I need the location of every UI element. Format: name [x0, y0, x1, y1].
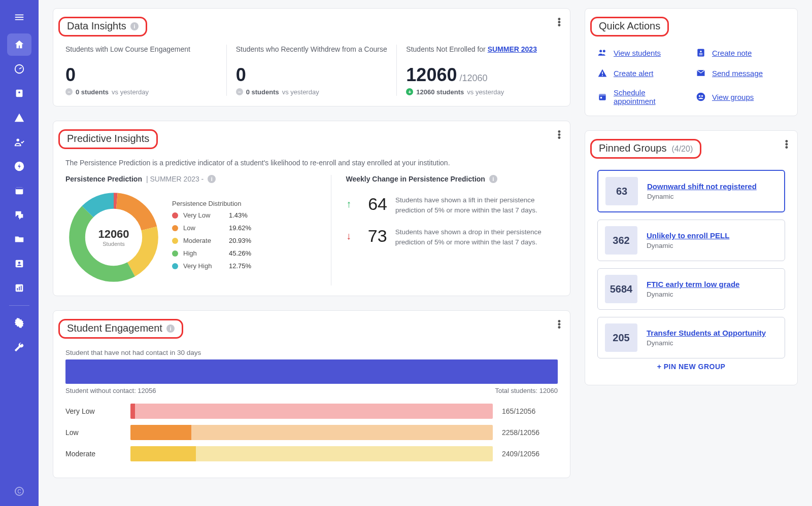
arrow-up-icon: ↑ — [346, 198, 351, 210]
nav-activity[interactable] — [7, 155, 31, 177]
nav-reports[interactable] — [7, 277, 31, 299]
term-link[interactable]: SUMMER 2023 — [488, 45, 537, 53]
info-icon[interactable]: i — [130, 22, 139, 30]
insight-label: Students with Low Course Engagement — [65, 45, 217, 64]
insight-delta: +12060 students vs yesterday — [406, 88, 558, 96]
help-badge[interactable]: C — [15, 487, 24, 496]
nav-files[interactable] — [7, 228, 31, 250]
svg-rect-22 — [600, 97, 602, 98]
insight-delta: –0 students vs yesterday — [236, 88, 388, 96]
quick-action-link[interactable]: Schedule appointment — [597, 88, 687, 105]
quick-action-link[interactable]: Send message — [696, 68, 785, 78]
card-menu-button[interactable]: ••• — [785, 140, 788, 149]
pinned-group-count: 362 — [605, 226, 637, 255]
card-menu-button[interactable]: ••• — [558, 130, 561, 139]
quick-action-label: Create alert — [614, 69, 653, 78]
legend-row: Moderate 20.93% — [172, 237, 251, 244]
svg-point-15 — [700, 51, 701, 52]
legend-dot — [172, 212, 178, 219]
engagement-row: Moderate 2409/12056 — [65, 446, 558, 461]
menu-button[interactable] — [7, 6, 31, 28]
pinned-group-type: Dynamic — [647, 291, 739, 298]
card-menu-button[interactable]: ••• — [558, 320, 561, 329]
nav-students[interactable] — [7, 82, 31, 104]
legend-row: Low 19.62% — [172, 224, 251, 232]
alerts-icon — [14, 112, 25, 123]
title-highlight: Student Engagement i — [58, 319, 183, 339]
quick-action-label: Create note — [712, 49, 752, 57]
insight-value: 12060 /12060 — [406, 65, 558, 85]
pinned-group-type: Dynamic — [647, 193, 757, 200]
svg-rect-19 — [602, 75, 603, 76]
pinned-group-item[interactable]: 63 Downward shift not registered Dynamic — [597, 170, 785, 212]
pinned-group-item[interactable]: 205 Transfer Students at Opportunity Dyn… — [597, 317, 785, 358]
pinned-group-item[interactable]: 5684 FTIC early term low grade Dynamic — [597, 268, 785, 310]
legend-pct: 12.75% — [229, 262, 251, 270]
pinned-group-type: Dynamic — [647, 339, 766, 347]
title-highlight: Pinned Groups (4/20) — [590, 139, 701, 159]
pinned-group-title[interactable]: Unlikely to enroll PELL — [647, 231, 729, 240]
quick-action-link[interactable]: Create note — [696, 48, 785, 58]
engagement-caption-left: Student without contact: 12056 — [65, 387, 156, 394]
arrow-down-icon: ↓ — [346, 230, 351, 242]
donut-label: Students — [103, 241, 124, 247]
data-insight-item: Students with Low Course Engagement0–0 s… — [65, 45, 227, 96]
delta-icon: – — [236, 88, 243, 95]
persistence-legend: Persistence Distribution Very Low 1.43% … — [172, 200, 251, 275]
mail-icon — [696, 68, 706, 78]
pinned-group-title[interactable]: Transfer Students at Opportunity — [647, 329, 766, 337]
pinned-group-item[interactable]: 362 Unlikely to enroll PELL Dynamic — [597, 220, 785, 261]
pinned-group-count: 63 — [605, 177, 638, 205]
quick-action-link[interactable]: Create alert — [597, 68, 687, 78]
nav-chat[interactable] — [7, 204, 31, 226]
chart-icon — [14, 282, 25, 294]
quick-action-label: View students — [614, 49, 661, 57]
pin-new-group-button[interactable]: + PIN NEW GROUP — [597, 358, 785, 375]
svg-rect-6 — [16, 188, 23, 190]
svg-rect-17 — [699, 54, 703, 55]
quick-action-label: Send message — [712, 69, 763, 78]
pinned-group-title[interactable]: Downward shift not registered — [647, 182, 757, 191]
svg-rect-11 — [19, 286, 20, 290]
pinned-groups-title: Pinned Groups — [599, 142, 666, 154]
nav-alerts[interactable] — [7, 106, 31, 129]
quick-action-label: Schedule appointment — [614, 88, 687, 105]
nav-tools[interactable] — [7, 336, 31, 358]
info-icon[interactable]: i — [489, 175, 497, 183]
weekly-change-down: ↓ 73 Students have shown a drop in their… — [346, 227, 558, 247]
engagement-total-bar — [65, 359, 558, 384]
info-icon[interactable]: i — [208, 175, 216, 183]
engagement-bar — [130, 446, 493, 461]
svg-rect-21 — [599, 94, 605, 95]
nav-calendar[interactable] — [7, 179, 31, 202]
legend-row: Very High 12.75% — [172, 262, 251, 270]
quick-action-link[interactable]: View groups — [696, 88, 785, 105]
quick-actions-title: Quick Actions — [599, 20, 660, 31]
quick-action-link[interactable]: View students — [597, 48, 687, 58]
cal-icon — [597, 92, 607, 102]
svg-rect-12 — [21, 285, 22, 290]
pinned-group-title[interactable]: FTIC early term low grade — [647, 280, 739, 288]
nav-dashboard[interactable] — [7, 58, 31, 80]
engagement-bar — [130, 425, 493, 440]
insight-label: Students Not Enrolled for SUMMER 2023 — [406, 45, 558, 64]
insight-label: Students who Recently Withdrew from a Co… — [236, 45, 388, 64]
card-menu-button[interactable]: ••• — [558, 18, 561, 27]
info-icon[interactable]: i — [166, 324, 175, 333]
nav-approve[interactable] — [7, 131, 31, 153]
sidebar: C — [0, 0, 39, 506]
svg-rect-16 — [699, 53, 703, 54]
weekly-down-number: 73 — [360, 227, 387, 244]
nav-settings[interactable] — [7, 312, 31, 334]
home-icon — [14, 39, 25, 50]
legend-pct: 19.62% — [229, 224, 251, 232]
wrench-icon — [14, 342, 25, 353]
insight-value: 0 — [65, 65, 217, 85]
nav-contacts[interactable] — [7, 252, 31, 275]
calendar-icon — [14, 185, 25, 196]
menu-icon — [14, 12, 25, 23]
engagement-row-count: 2258/12056 — [502, 428, 558, 437]
title-highlight: Predictive Insights — [58, 129, 158, 149]
nav-home[interactable] — [7, 33, 31, 56]
sidebar-divider — [9, 305, 29, 306]
